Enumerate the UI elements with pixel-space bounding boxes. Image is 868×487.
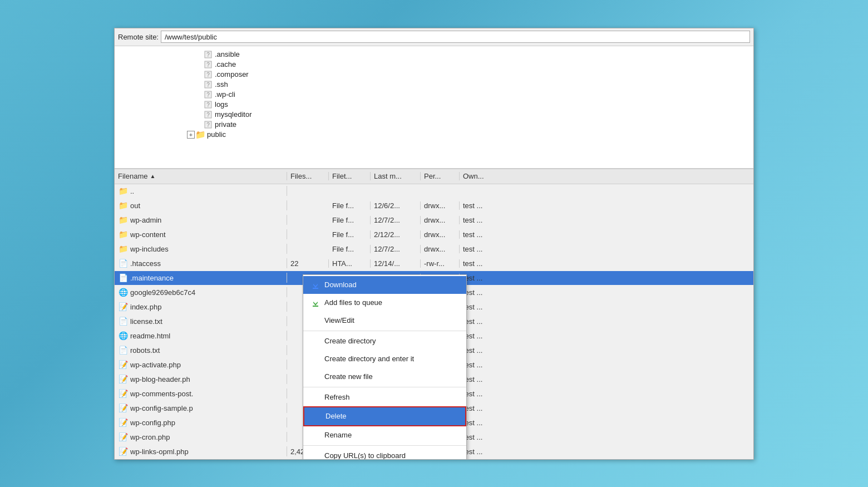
download-icon — [310, 279, 321, 291]
context-menu-item-rename[interactable]: Rename — [303, 426, 466, 444]
php-icon: 📝 — [118, 360, 128, 370]
context-menu: Download Add files to queue View/Edit — [303, 274, 467, 459]
tree-item-label: private — [215, 120, 236, 129]
folder-icon: 📁 — [118, 200, 128, 210]
html-icon: 🌐 — [118, 331, 128, 341]
text-icon: 📄 — [118, 316, 128, 326]
svg-text:?: ? — [206, 112, 210, 118]
svg-rect-17 — [313, 288, 318, 289]
php-icon: 📝 — [118, 403, 128, 413]
context-separator — [303, 445, 466, 446]
folder-icon: 📁 — [118, 229, 128, 239]
svg-text:?: ? — [206, 72, 210, 78]
table-row[interactable]: 📁 wp-admin File f... 12/7/2... drwx... t… — [115, 213, 753, 228]
queue-icon — [310, 297, 321, 308]
text-icon: 📄 — [118, 345, 128, 355]
svg-text:?: ? — [206, 122, 210, 128]
tree-item-wpcli[interactable]: ? .wp-cli — [115, 90, 753, 100]
svg-marker-18 — [313, 299, 318, 306]
question-icon: ? — [204, 110, 213, 119]
tree-item-label: mysqleditor — [215, 110, 251, 119]
tree-item-mysqleditor[interactable]: ? mysqleditor — [115, 110, 753, 120]
empty-icon — [310, 315, 321, 326]
tree-item-ansible[interactable]: ? .ansible — [115, 50, 753, 60]
empty-icon — [310, 353, 321, 365]
col-header-filesize[interactable]: Files... — [287, 172, 329, 180]
context-item-label: Add files to queue — [324, 298, 382, 307]
tree-item-label: logs — [215, 100, 228, 109]
php-icon: 📝 — [118, 388, 128, 399]
context-separator — [303, 331, 466, 331]
tree-item-private[interactable]: ? private — [115, 120, 753, 130]
context-menu-item-refresh[interactable]: Refresh — [303, 388, 466, 406]
file-rows: 📁 .. 📁 out File f... 12/6/2... drwx... t… — [115, 184, 753, 459]
file-list-header: Filename ▲ Files... Filet... Last m... P… — [115, 169, 753, 184]
svg-text:?: ? — [206, 62, 210, 68]
table-row[interactable]: 📁 wp-content File f... 2/12/2... drwx...… — [115, 228, 753, 242]
context-menu-item-create-dir-enter[interactable]: Create directory and enter it — [303, 350, 466, 368]
question-icon: ? — [204, 100, 213, 109]
question-icon: ? — [204, 50, 213, 59]
context-item-label: Create new file — [324, 372, 373, 381]
tree-item-cache[interactable]: ? .cache — [115, 60, 753, 70]
remote-site-label: Remote site: — [118, 33, 159, 41]
svg-rect-19 — [313, 306, 318, 307]
folder-icon: 📁 — [196, 130, 205, 139]
col-header-perms[interactable]: Per... — [421, 172, 460, 180]
tree-item-composer[interactable]: ? .composer — [115, 70, 753, 80]
remote-site-bar: Remote site: — [115, 28, 753, 46]
table-row[interactable]: 📁 .. — [115, 184, 753, 199]
col-header-filetype[interactable]: Filet... — [329, 172, 371, 180]
context-menu-item-view-edit[interactable]: View/Edit — [303, 312, 466, 329]
php-icon: 📝 — [118, 417, 128, 427]
context-item-label: Create directory — [324, 337, 376, 345]
empty-icon — [310, 371, 321, 382]
sort-arrow: ▲ — [150, 173, 155, 179]
table-row[interactable]: 📁 out File f... 12/6/2... drwx... test .… — [115, 199, 753, 213]
question-icon: ? — [204, 90, 213, 99]
svg-text:?: ? — [206, 82, 210, 88]
php-icon: 📝 — [118, 446, 128, 456]
tree-item-label: .composer — [215, 70, 249, 78]
table-row[interactable]: 📄 .htaccess 22 HTA... 12/14/... -rw-r...… — [115, 257, 753, 271]
tree-item-public[interactable]: + 📁 public — [115, 130, 753, 140]
tree-panel: ? .ansible ? .cache ? .composer ? .ssh ? — [115, 46, 753, 169]
svg-text:?: ? — [206, 52, 210, 58]
context-menu-item-download[interactable]: Download — [303, 276, 466, 294]
empty-icon — [310, 392, 321, 403]
tree-item-label: .cache — [215, 60, 236, 68]
svg-text:?: ? — [206, 92, 210, 98]
tree-item-ssh[interactable]: ? .ssh — [115, 80, 753, 90]
question-icon: ? — [204, 120, 213, 129]
tree-item-logs[interactable]: ? logs — [115, 100, 753, 110]
context-menu-item-create-file[interactable]: Create new file — [303, 368, 466, 386]
col-header-filename[interactable]: Filename ▲ — [115, 172, 287, 180]
context-menu-item-create-dir[interactable]: Create directory — [303, 332, 466, 350]
context-item-label: View/Edit — [324, 316, 354, 324]
empty-icon — [310, 450, 321, 459]
col-header-owner[interactable]: Own... — [460, 172, 510, 180]
context-menu-item-add-to-queue[interactable]: Add files to queue — [303, 294, 466, 312]
context-item-label: Rename — [324, 431, 352, 439]
file-icon: 📄 — [118, 273, 128, 283]
empty-icon — [311, 411, 322, 422]
context-menu-item-delete[interactable]: Delete — [303, 406, 466, 426]
remote-site-path[interactable] — [161, 31, 750, 43]
table-row[interactable]: 📁 wp-includes File f... 12/7/2... drwx..… — [115, 242, 753, 257]
empty-icon — [310, 430, 321, 441]
tree-item-label: .ssh — [215, 80, 228, 88]
tree-item-label: .ansible — [215, 50, 240, 58]
context-item-label: Delete — [326, 412, 347, 420]
tree-item-label: .wp-cli — [215, 90, 235, 99]
chrome-icon: 🌐 — [118, 287, 128, 297]
php-icon: 📝 — [118, 374, 128, 384]
context-item-label: Download — [324, 281, 357, 289]
php-icon: 📝 — [118, 302, 128, 312]
col-header-lastmod[interactable]: Last m... — [371, 172, 421, 180]
question-icon: ? — [204, 70, 213, 79]
context-menu-item-copy-url[interactable]: Copy URL(s) to clipboard — [303, 447, 466, 459]
folder-icon: 📁 — [118, 186, 128, 196]
expand-button[interactable]: + — [187, 131, 195, 139]
question-icon: ? — [204, 80, 213, 89]
svg-text:?: ? — [206, 102, 210, 108]
